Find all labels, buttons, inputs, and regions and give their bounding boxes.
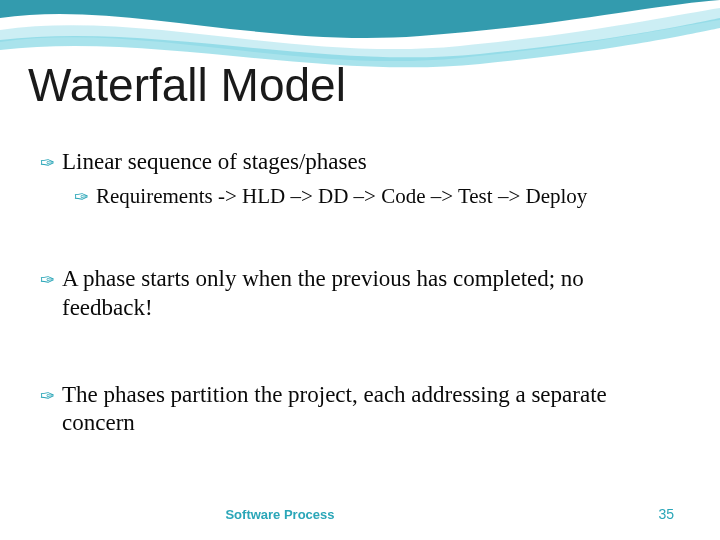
- loop-icon: ✑: [40, 269, 62, 292]
- loop-icon: ✑: [40, 385, 62, 408]
- bullet-level1: ✑Linear sequence of stages/phases: [40, 148, 680, 177]
- footer-label-wrap: Software Process: [0, 507, 720, 522]
- bullet-text: The phases partition the project, each a…: [62, 382, 607, 436]
- slide: Waterfall Model ✑Linear sequence of stag…: [0, 0, 720, 540]
- bullet-text: A phase starts only when the previous ha…: [62, 266, 584, 320]
- bullet-text: Requirements -> HLD –> DD –> Code –> Tes…: [96, 184, 587, 208]
- loop-icon: ✑: [40, 152, 62, 175]
- bullet-level2: ✑Requirements -> HLD –> DD –> Code –> Te…: [74, 183, 680, 209]
- bullet-text: Linear sequence of stages/phases: [62, 149, 367, 174]
- footer-label: Software Process: [225, 507, 334, 522]
- slide-title: Waterfall Model: [28, 58, 346, 112]
- loop-icon: ✑: [74, 186, 96, 209]
- bullet-level1: ✑The phases partition the project, each …: [40, 381, 680, 439]
- slide-body: ✑Linear sequence of stages/phases ✑Requi…: [40, 148, 680, 444]
- page-number: 35: [658, 506, 674, 522]
- bullet-level1: ✑A phase starts only when the previous h…: [40, 265, 680, 323]
